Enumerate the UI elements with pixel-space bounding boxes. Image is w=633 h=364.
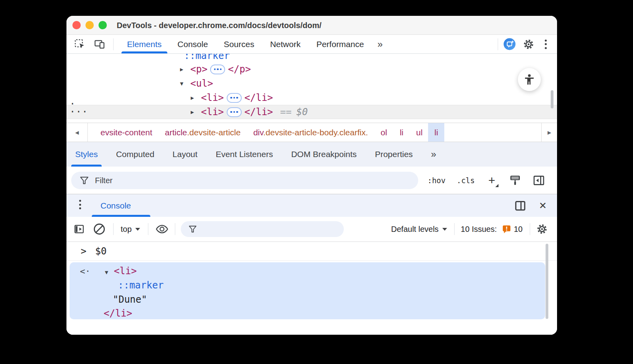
- inline-expand-icon[interactable]: [227, 93, 242, 103]
- collapse-triangle-icon[interactable]: ▼: [180, 80, 190, 87]
- live-expression-eye-icon[interactable]: [155, 224, 169, 234]
- equals-sign: ==: [280, 106, 292, 118]
- rendering-brush-icon[interactable]: [509, 174, 521, 187]
- dropdown-caret-icon: [135, 228, 140, 231]
- inline-expand-icon[interactable]: [210, 64, 225, 74]
- result-tag-close: </li>: [104, 308, 132, 319]
- tab-computed[interactable]: Computed: [116, 142, 154, 167]
- console-settings-gear-icon[interactable]: [536, 224, 548, 235]
- tab-styles[interactable]: Styles: [75, 142, 98, 167]
- result-pseudo-element: ::marker: [118, 280, 164, 291]
- console-toolbar: top Default levels 10 Issues:: [66, 217, 557, 242]
- breadcrumb-item[interactable]: ul: [416, 128, 423, 137]
- dom-breadcrumb: ◀ evsite-content article.devsite-article…: [66, 123, 557, 142]
- result-tag-open: <li>: [114, 265, 137, 277]
- drawer-tab-console[interactable]: Console: [100, 194, 131, 217]
- toggle-class-button[interactable]: .cls: [457, 176, 475, 185]
- styles-filter-field[interactable]: [71, 172, 418, 189]
- tree-node-marker-clipped[interactable]: ::marker: [184, 54, 230, 61]
- tree-node-li[interactable]: ▶ <li> </li>: [66, 91, 557, 105]
- tab-sources[interactable]: Sources: [216, 35, 262, 53]
- expand-triangle-icon[interactable]: ▶: [191, 109, 201, 115]
- styles-filter-bar: :hov .cls +: [66, 167, 557, 194]
- elements-dom-tree: ::marker ▶ <p> </p> ▼ <ul> ▶ <li> </li> …: [66, 54, 557, 123]
- collapse-triangle-icon[interactable]: ▼: [105, 269, 108, 275]
- stray-text-ellipsis: ...: [70, 104, 88, 115]
- tab-dom-breakpoints[interactable]: DOM Breakpoints: [291, 142, 357, 167]
- clear-console-icon[interactable]: [93, 223, 105, 235]
- tree-node-p[interactable]: ▶ <p> </p>: [66, 62, 557, 76]
- filter-funnel-icon: [80, 176, 89, 184]
- toggle-sidebar-panel-icon[interactable]: [533, 174, 545, 187]
- tab-event-listeners[interactable]: Event Listeners: [216, 142, 273, 167]
- window-title: DevTools - developer.chrome.com/docs/dev…: [117, 16, 322, 35]
- zoom-window-button[interactable]: [99, 21, 107, 29]
- close-window-button[interactable]: [72, 21, 81, 29]
- devtools-window: DevTools - developer.chrome.com/docs/dev…: [66, 16, 557, 335]
- expand-triangle-icon[interactable]: ▶: [191, 95, 201, 101]
- toolbar-divider: [148, 223, 148, 235]
- drawer-kebab-menu-icon[interactable]: [79, 200, 81, 209]
- new-style-rule-button[interactable]: +: [486, 174, 498, 186]
- breadcrumb-item[interactable]: article.devsite-article: [165, 128, 241, 137]
- log-levels-dropdown[interactable]: Default levels: [391, 225, 447, 234]
- breadcrumb-item[interactable]: div.devsite-article-body.clearfix.: [253, 128, 368, 137]
- tab-network[interactable]: Network: [262, 35, 309, 53]
- more-tabs-icon[interactable]: »: [431, 149, 435, 160]
- console-filter-input[interactable]: [197, 226, 315, 232]
- tag-open: <ul>: [190, 78, 213, 89]
- context-selector-dropdown[interactable]: top: [121, 225, 140, 234]
- accessibility-person-icon: [523, 73, 536, 86]
- breadcrumb-item-selected[interactable]: li: [428, 123, 444, 142]
- result-text-node: "Dune": [113, 294, 147, 305]
- tab-elements[interactable]: Elements: [119, 35, 170, 53]
- tab-layout[interactable]: Layout: [172, 142, 197, 167]
- split-panel-icon[interactable]: [514, 200, 526, 212]
- more-options-kebab-icon[interactable]: [545, 40, 547, 49]
- breadcrumb-item[interactable]: li: [400, 128, 403, 137]
- return-value-icon: <·: [80, 266, 91, 276]
- console-filter-field[interactable]: [181, 221, 344, 237]
- elements-scrollbar-thumb[interactable]: [551, 90, 553, 108]
- inspect-element-icon[interactable]: [74, 38, 85, 50]
- styles-pane-tabs: Styles Computed Layout Event Listeners D…: [66, 142, 557, 167]
- tab-performance[interactable]: Performance: [309, 35, 372, 53]
- dollar-zero-ref: $0: [296, 106, 308, 118]
- tag-close: </p>: [228, 64, 251, 75]
- issues-counter-button[interactable]: 10 Issues: 10: [461, 225, 523, 234]
- tab-properties[interactable]: Properties: [375, 142, 413, 167]
- issues-warning-icon: [502, 225, 512, 234]
- breadcrumb-scroll-right-icon[interactable]: ▶: [541, 123, 557, 142]
- settings-gear-icon[interactable]: [523, 38, 534, 50]
- show-console-sidebar-icon[interactable]: [74, 224, 85, 235]
- tree-node-ul[interactable]: ▼ <ul>: [66, 76, 557, 91]
- panel-tabs: Elements Console Sources Network Perform…: [119, 35, 387, 53]
- tree-node-li-selected[interactable]: ▶ <li> </li> == $0: [66, 105, 557, 119]
- ai-assistant-icon[interactable]: [504, 38, 515, 50]
- accessibility-widget-button[interactable]: [518, 68, 541, 91]
- console-prompt-chevron: >: [81, 246, 86, 257]
- expand-triangle-icon[interactable]: ▶: [180, 66, 190, 72]
- styles-filter-input[interactable]: [95, 176, 332, 185]
- minimize-window-button[interactable]: [85, 21, 94, 29]
- title-bar: DevTools - developer.chrome.com/docs/dev…: [66, 16, 557, 35]
- breadcrumb-scroll-left-icon[interactable]: ◀: [66, 123, 88, 142]
- toolbar-divider: [530, 223, 530, 235]
- breadcrumb-item[interactable]: ol: [381, 128, 387, 137]
- toolbar-divider: [498, 38, 498, 50]
- tag-close: </li>: [244, 106, 273, 118]
- console-drawer-header: Console ✕: [66, 194, 557, 217]
- console-scrollbar-thumb[interactable]: [546, 244, 548, 319]
- tab-console[interactable]: Console: [170, 35, 216, 53]
- close-drawer-icon[interactable]: ✕: [539, 200, 547, 211]
- devtools-main-toolbar: Elements Console Sources Network Perform…: [66, 35, 557, 54]
- toolbar-divider: [113, 38, 114, 50]
- dropdown-caret-icon: [442, 228, 447, 231]
- toggle-hover-state-button[interactable]: :hov: [427, 176, 445, 185]
- more-tabs-icon[interactable]: »: [372, 39, 387, 50]
- console-history-entry[interactable]: > $0: [66, 242, 557, 261]
- breadcrumb-item[interactable]: evsite-content: [100, 128, 152, 137]
- console-result-block[interactable]: <· ▼ <li> ::marker "Dune" </li>: [70, 262, 545, 319]
- inline-expand-icon[interactable]: [227, 107, 242, 117]
- device-toolbar-icon[interactable]: [93, 38, 105, 50]
